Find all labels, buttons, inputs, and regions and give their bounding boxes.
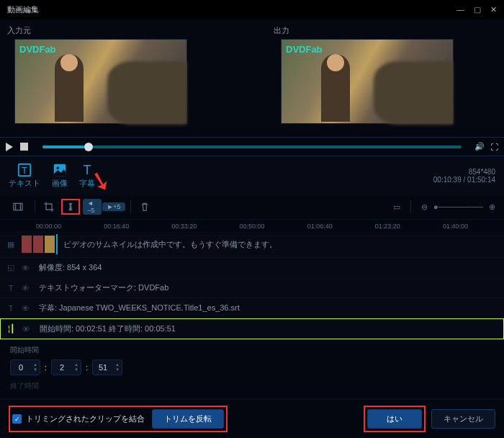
skip-fwd-button[interactable]: ►+5 [104,199,123,215]
zoom-in-icon[interactable]: ⊕ [489,202,495,212]
seconds-stepper[interactable]: ▲▼ [92,359,122,375]
visibility-icon[interactable]: 👁 [22,284,39,292]
window-title: 動画編集 [7,4,39,15]
stop-button[interactable] [20,143,28,151]
zoom-dot: ●──────── [433,202,483,211]
resolution-display: 854*480 [433,168,495,176]
fullscreen-icon[interactable]: ⛶ [490,143,498,151]
trim-tool-button[interactable] [61,199,80,215]
subtitle-icon: T [0,304,22,313]
hours-input[interactable] [11,360,31,375]
tab-image[interactable]: 画像 [52,162,68,189]
subtitle-track[interactable]: T👁 字幕: Japanese TWO_WEEKS_NOTICE.Title1_… [0,298,504,318]
trim-icon: ¦┃ [1,324,22,334]
tab-subtitle-label: 字幕 [79,178,95,189]
track-label: 開始時間: 00:02:51 終了時間: 00:05:51 [40,322,503,336]
seek-slider[interactable] [42,146,462,148]
invert-trim-button[interactable]: トリムを反転 [152,409,224,429]
text-track[interactable]: T👁 テキストウォーターマーク: DVDFab [0,278,504,298]
track-label: 解像度: 854 x 364 [39,261,504,274]
film-icon: ▦ [0,240,22,249]
close-button[interactable]: ✕ [490,5,497,14]
trim-track[interactable]: ¦┃👁 開始時間: 00:02:51 終了時間: 00:05:51 [0,318,504,339]
tab-text-label: テキスト [9,178,40,189]
video-thumbnails [22,234,58,254]
tab-subtitle[interactable]: T 字幕 [79,162,95,189]
output-label: 出力 [274,25,497,36]
track-label: テキストウォーターマーク: DVDFab [39,281,504,295]
visibility-icon[interactable]: 👁 [22,325,40,334]
visibility-icon[interactable]: 👁 [22,304,39,313]
visibility-icon[interactable]: 👁 [22,264,39,272]
play-button[interactable] [6,143,13,151]
tab-image-label: 画像 [52,178,68,189]
tab-text[interactable]: T テキスト [9,162,40,189]
crop-icon[interactable] [40,199,58,215]
svg-text:T: T [83,162,91,177]
source-label: 入力元 [7,25,230,36]
image-icon [52,162,68,178]
merge-label: トリミングされたクリップを結合 [26,414,145,424]
watermark-text: DVDFab [19,44,56,55]
film-icon[interactable] [9,199,27,215]
start-time-label: 開始時間 [10,345,494,355]
subtitle-icon: T [79,162,95,178]
video-track[interactable]: ▦ ビデオのサムネイルは作成中です。もうすぐ準備できます。 [0,231,504,258]
window-controls: — ▢ ✕ [449,5,497,14]
minimize-button[interactable]: — [456,5,464,14]
track-label: 字幕: Japanese TWO_WEEKS_NOTICE.Title1_es_… [39,301,504,315]
timeline-ruler[interactable]: 00:00:0000:16:4000:33:2000:50:0001:06:40… [0,220,504,231]
source-preview: DVDFab [14,39,187,124]
crop-icon: ◱ [0,263,22,272]
output-preview: DVDFab [281,39,454,124]
fit-icon[interactable]: ▭ [393,202,400,212]
svg-rect-5 [14,203,22,210]
track-message: ビデオのサムネイルは作成中です。もうすぐ準備できます。 [63,238,504,251]
watermark-text: DVDFab [286,44,323,55]
maximize-button[interactable]: ▢ [474,5,481,14]
minutes-input[interactable] [52,360,72,375]
svg-text:T: T [22,165,27,176]
skip-back-button[interactable]: ◄ −5 [83,199,102,215]
seconds-input[interactable] [93,360,113,375]
volume-icon[interactable]: 🔊 [474,142,485,151]
text-icon: T [0,284,22,292]
merge-checkbox[interactable]: ✓ [12,414,22,424]
ok-button[interactable]: はい [367,409,422,429]
zoom-out-icon[interactable]: ⊖ [421,202,428,212]
end-time-label: 終了時間 [10,381,494,391]
text-icon: T [17,162,32,178]
crop-track[interactable]: ◱👁 解像度: 854 x 364 [0,258,504,278]
svg-point-3 [56,166,59,169]
cancel-button[interactable]: キャンセル [431,409,495,429]
hours-stepper[interactable]: ▲▼ [10,359,40,375]
minutes-stepper[interactable]: ▲▼ [51,359,81,375]
delete-icon[interactable] [135,199,154,215]
time-display: 00:10:39 / 01:50:14 [433,176,495,184]
